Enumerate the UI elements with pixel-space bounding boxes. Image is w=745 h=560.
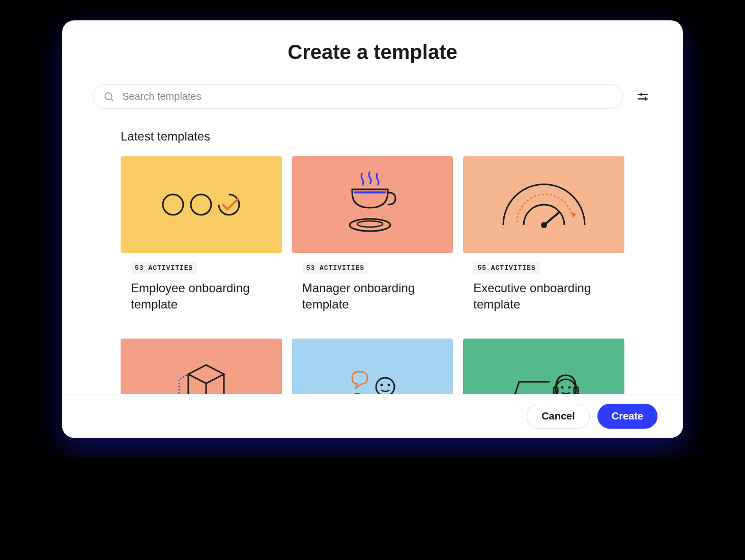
svg-point-16 bbox=[556, 379, 576, 394]
template-card-employee-onboarding[interactable]: 53 ACTIVITIES Employee onboarding templa… bbox=[121, 156, 282, 328]
svg-point-14 bbox=[387, 383, 390, 386]
card-illustration bbox=[463, 156, 624, 253]
search-input[interactable] bbox=[122, 91, 612, 102]
svg-point-9 bbox=[357, 221, 383, 227]
template-card[interactable] bbox=[121, 339, 282, 394]
activity-badge: 53 ACTIVITIES bbox=[302, 262, 368, 274]
svg-point-13 bbox=[380, 383, 383, 386]
search-box[interactable] bbox=[93, 84, 623, 109]
svg-line-1 bbox=[111, 99, 113, 101]
cube-icon bbox=[170, 359, 232, 394]
svg-point-7 bbox=[191, 194, 211, 215]
page-title: Create a template bbox=[93, 41, 652, 64]
svg-point-18 bbox=[568, 386, 570, 388]
people-chat-icon bbox=[337, 361, 408, 394]
card-title: Manager onboarding template bbox=[292, 280, 453, 313]
template-card[interactable] bbox=[463, 339, 624, 394]
create-template-modal: Create a template Latest templates bbox=[62, 20, 683, 438]
svg-point-0 bbox=[105, 93, 112, 100]
card-title: Executive onboarding template bbox=[463, 280, 624, 313]
search-row bbox=[93, 84, 652, 109]
search-icon bbox=[103, 91, 114, 102]
svg-point-17 bbox=[561, 386, 563, 388]
card-illustration bbox=[292, 339, 453, 394]
template-card[interactable] bbox=[292, 339, 453, 394]
card-title: Employee onboarding template bbox=[121, 280, 282, 313]
modal-footer: Cancel Create bbox=[62, 394, 683, 438]
svg-line-11 bbox=[544, 212, 559, 225]
laptop-support-icon bbox=[501, 361, 587, 394]
template-grid: 53 ACTIVITIES Employee onboarding templa… bbox=[121, 156, 624, 394]
card-illustration bbox=[463, 339, 624, 394]
filter-icon bbox=[636, 90, 649, 103]
card-illustration bbox=[292, 156, 453, 253]
cancel-button[interactable]: Cancel bbox=[527, 404, 590, 429]
svg-point-6 bbox=[163, 194, 183, 215]
coffee-cup-icon bbox=[345, 169, 400, 240]
create-button[interactable]: Create bbox=[597, 404, 657, 429]
section-heading: Latest templates bbox=[121, 129, 624, 144]
gauge-icon bbox=[496, 174, 592, 235]
card-illustration bbox=[121, 156, 282, 253]
activity-badge: 55 ACTIVITIES bbox=[473, 262, 539, 274]
template-card-executive-onboarding[interactable]: 55 ACTIVITIES Executive onboarding templ… bbox=[463, 156, 624, 328]
circles-check-icon bbox=[160, 192, 242, 217]
card-illustration bbox=[121, 339, 282, 394]
filter-button[interactable] bbox=[633, 87, 652, 106]
activity-badge: 53 ACTIVITIES bbox=[131, 262, 197, 274]
template-card-manager-onboarding[interactable]: 53 ACTIVITIES Manager onboarding templat… bbox=[292, 156, 453, 328]
